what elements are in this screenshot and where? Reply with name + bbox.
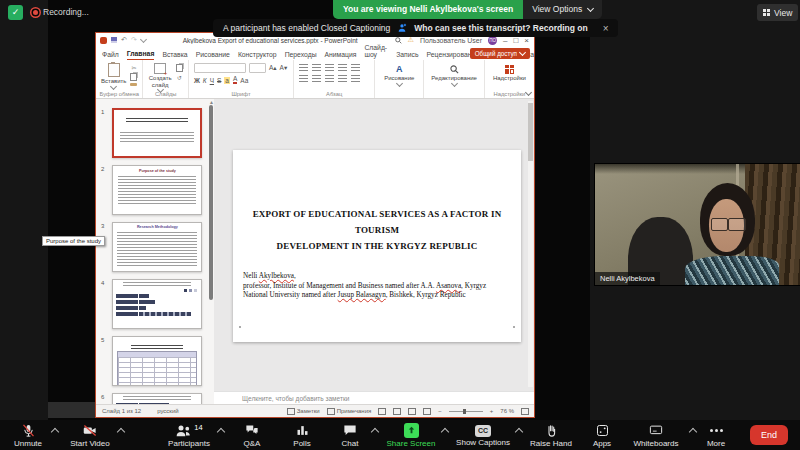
more-button[interactable]: More [696, 423, 736, 448]
cut-icon[interactable]: ✂ [131, 64, 136, 71]
whiteboards-button[interactable]: Whiteboards [624, 423, 688, 448]
slide-thumbnail-panel[interactable]: ▲ 1 2 Purpose of the study 3 [96, 99, 214, 404]
align-right-icon[interactable] [325, 75, 334, 82]
unmute-button[interactable]: Unmute [4, 423, 52, 448]
font-name-box[interactable] [194, 63, 246, 73]
share-options-chevron[interactable] [441, 428, 449, 436]
placeholder-handle[interactable] [239, 326, 241, 328]
grow-font-icon[interactable]: А▴ [269, 64, 277, 72]
zoom-slider-thumb[interactable] [463, 409, 466, 414]
normal-view-icon[interactable] [378, 408, 386, 415]
slide-2-thumbnail[interactable]: Purpose of the study [112, 165, 202, 215]
qa-button[interactable]: Q&A [230, 423, 274, 448]
slide-editing-area[interactable]: EXPORT OF EDUCATIONAL SERVICES AS A FACT… [214, 99, 534, 391]
toast-transcript-text[interactable]: Who can see this transcript? Recording o… [414, 23, 587, 33]
format-painter-icon[interactable] [130, 83, 137, 86]
slide-5-thumbnail[interactable] [112, 336, 202, 386]
end-meeting-button[interactable]: End [750, 425, 788, 445]
numbering-icon[interactable] [312, 64, 321, 71]
menu-animations[interactable]: Анимация [325, 51, 357, 60]
shrink-font-icon[interactable]: А▾ [280, 64, 288, 72]
zoom-in-icon[interactable]: + [490, 408, 494, 414]
chat-button[interactable]: Chat [330, 423, 370, 448]
show-captions-button[interactable]: CC Show Captions [450, 423, 516, 447]
align-left-icon[interactable] [299, 75, 308, 82]
highlight-icon[interactable]: а [224, 77, 230, 84]
view-layout-button[interactable]: View [757, 4, 798, 21]
line-spacing-icon[interactable] [351, 64, 360, 71]
warning-icon[interactable]: ⚠ [408, 36, 414, 44]
share-screen-button[interactable]: Share Screen [380, 423, 442, 448]
redo-icon[interactable]: ↷ [131, 36, 137, 44]
menu-home[interactable]: Главная [127, 50, 155, 60]
bullets-icon[interactable] [299, 64, 308, 71]
slide-1-thumbnail[interactable] [112, 108, 202, 158]
start-video-button[interactable]: Start Video [58, 423, 122, 448]
menu-design[interactable]: Конструктор [238, 51, 277, 60]
search-icon[interactable] [395, 37, 402, 44]
slide-3-thumbnail[interactable]: Research Methodology [112, 222, 202, 272]
language-indicator[interactable]: русский [157, 408, 179, 414]
layout-icon[interactable] [176, 64, 183, 72]
toast-close-icon[interactable]: × [603, 23, 609, 34]
menu-draw[interactable]: Рисование [196, 51, 230, 60]
security-shield-icon[interactable]: ✓ [8, 5, 23, 20]
thumbnail-row[interactable]: 3 Research Methodology [96, 222, 214, 272]
font-size-box[interactable] [249, 63, 266, 73]
align-center-icon[interactable] [312, 75, 321, 82]
main-scrollbar-thumb[interactable] [528, 103, 533, 161]
reset-icon[interactable]: ↺ [177, 74, 182, 81]
thumbnail-row[interactable]: 1 [96, 108, 214, 158]
italic-button[interactable]: К [203, 77, 207, 84]
participant-video-tile[interactable]: Nelli Akylbekova [595, 164, 800, 285]
slide-title[interactable]: EXPORT OF EDUCATIONAL SERVICES AS A FACT… [243, 206, 511, 254]
notes-pane[interactable]: Щелкните, чтобы добавить заметки [214, 391, 534, 404]
quick-access-toolbar[interactable]: ↶ ↷ [96, 36, 146, 44]
zoom-level[interactable]: 76 % [500, 408, 514, 414]
thumbnail-row[interactable]: 6 [96, 393, 214, 404]
copy-icon[interactable] [130, 73, 137, 81]
columns-icon[interactable] [351, 75, 360, 82]
chat-options-chevron[interactable] [371, 428, 379, 436]
thumbnail-row[interactable]: 2 Purpose of the study [96, 165, 214, 215]
current-slide[interactable]: EXPORT OF EDUCATIONAL SERVICES AS A FACT… [233, 150, 521, 342]
placeholder-handle[interactable] [513, 326, 515, 328]
underline-button[interactable]: Ч [210, 77, 214, 84]
polls-button[interactable]: Polls [282, 423, 322, 448]
menu-file[interactable]: Файл [102, 51, 119, 60]
menu-slideshow[interactable]: Слайд-шоу [364, 44, 388, 60]
change-case-icon[interactable]: Аа [240, 77, 248, 84]
menu-transitions[interactable]: Переходы [285, 51, 317, 60]
slide-4-thumbnail[interactable] [112, 279, 202, 329]
view-options-button[interactable]: View Options [523, 0, 602, 19]
indent-increase-icon[interactable] [338, 64, 347, 71]
slide-sorter-icon[interactable] [393, 408, 401, 415]
thumbnail-scrollbar[interactable] [209, 105, 213, 300]
ppt-share-button[interactable]: Общий доступ [470, 48, 530, 59]
reading-view-icon[interactable] [408, 408, 416, 415]
indent-decrease-icon[interactable] [325, 64, 334, 71]
recording-indicator[interactable]: Recording... [30, 7, 89, 17]
drawing-button[interactable]: A Рисование [384, 65, 414, 86]
raise-hand-button[interactable]: Raise Hand [522, 423, 580, 448]
justify-icon[interactable] [338, 75, 347, 82]
zoom-out-icon[interactable]: − [438, 408, 442, 414]
editing-button[interactable]: Редактирование [431, 65, 477, 86]
undo-icon[interactable]: ↶ [121, 36, 127, 44]
font-color-icon[interactable]: А [233, 76, 237, 84]
addins-button[interactable]: Надстройки [493, 65, 526, 82]
strikethrough-button[interactable]: S [217, 77, 221, 84]
save-icon[interactable] [111, 37, 117, 43]
slideshow-icon[interactable] [423, 408, 431, 415]
notes-toggle[interactable]: Заметки [287, 408, 320, 415]
apps-button[interactable]: Apps [584, 423, 620, 448]
participants-button[interactable]: 14 Participants [156, 423, 222, 448]
thumbnail-row[interactable]: 5 [96, 336, 214, 386]
fit-to-window-icon[interactable] [521, 408, 529, 415]
menu-record[interactable]: Запись [396, 51, 418, 60]
bold-button[interactable]: Ж [194, 77, 200, 84]
thumbnail-row[interactable]: 4 [96, 279, 214, 329]
slide-author-text[interactable]: Nelli Akylbekova, professor, Institute o… [243, 272, 515, 301]
slide-6-thumbnail[interactable] [112, 393, 202, 404]
paste-button[interactable]: Вставить [101, 63, 126, 89]
